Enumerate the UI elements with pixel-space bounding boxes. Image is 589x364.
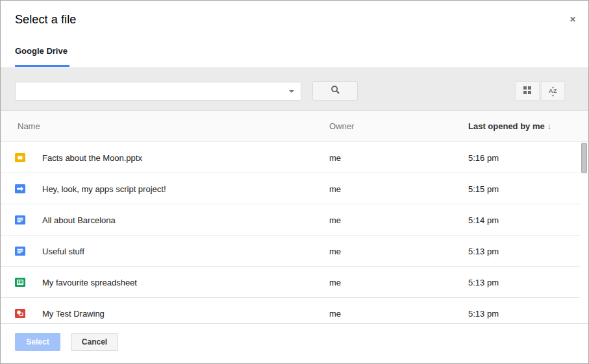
cancel-button[interactable]: Cancel xyxy=(71,333,118,351)
scrollbar-thumb[interactable] xyxy=(581,143,587,173)
tab-google-drive[interactable]: Google Drive xyxy=(15,46,68,56)
file-row[interactable]: Useful stuff me 5:13 pm xyxy=(1,236,588,267)
close-icon[interactable]: ✕ xyxy=(567,14,579,25)
file-list: Facts about the Moon.pptx me 5:16 pm Hey… xyxy=(1,142,588,323)
drawing-file-icon xyxy=(15,309,25,318)
column-header-last-opened[interactable]: Last opened by me↓ xyxy=(468,121,551,131)
file-row[interactable]: All about Barcelona me 5:14 pm xyxy=(1,204,588,236)
search-toolbar xyxy=(1,67,588,111)
dialog-footer: Select Cancel xyxy=(1,323,588,363)
script-file-icon xyxy=(15,184,25,193)
select-button[interactable]: Select xyxy=(15,333,60,351)
document-file-icon xyxy=(15,215,25,224)
document-file-icon xyxy=(15,247,25,256)
search-input[interactable] xyxy=(15,82,301,101)
sort-alphabetical-button[interactable]: ▲ AZ ▼ xyxy=(541,81,565,101)
grid-view-icon xyxy=(523,85,531,97)
search-button[interactable] xyxy=(312,81,358,101)
dialog-title-bar: Select a file ✕ xyxy=(1,1,588,40)
column-header-owner[interactable]: Owner xyxy=(329,121,354,131)
sort-descending-arrow-icon: ↓ xyxy=(545,122,551,131)
file-row[interactable]: Facts about the Moon.pptx me 5:16 pm xyxy=(1,142,588,173)
sort-alphabetical-icon: ▲ AZ ▼ xyxy=(549,86,557,97)
slides-file-icon xyxy=(15,153,25,162)
search-field-wrap xyxy=(15,82,301,101)
dialog-title: Select a file xyxy=(15,13,76,27)
tab-bar: Google Drive xyxy=(1,40,588,67)
select-file-dialog: Select a file ✕ Google Drive xyxy=(0,0,589,364)
spreadsheet-file-icon xyxy=(15,278,25,287)
file-row[interactable]: My favourite spreadsheet me 5:13 pm xyxy=(1,267,588,298)
column-header-name[interactable]: Name xyxy=(18,121,40,131)
grid-view-button[interactable] xyxy=(515,81,540,101)
active-tab-underline xyxy=(15,65,69,67)
search-icon xyxy=(331,85,340,97)
file-row[interactable]: My Test Drawing me 5:13 pm xyxy=(1,298,588,323)
file-row[interactable]: Hey, look, my apps script project! me 5:… xyxy=(1,173,588,204)
chevron-down-icon[interactable] xyxy=(289,90,294,93)
list-header: Name Owner Last opened by me↓ xyxy=(1,111,588,142)
scrollbar-track[interactable] xyxy=(580,142,588,323)
